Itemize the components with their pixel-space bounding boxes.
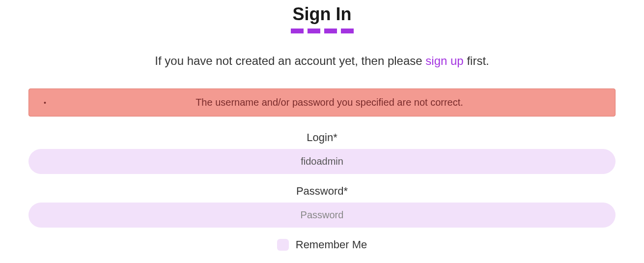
subtitle: If you have not created an account yet, … xyxy=(28,54,616,68)
error-message: The username and/or password you specifi… xyxy=(58,97,600,108)
error-bullet-icon: • xyxy=(44,99,58,107)
password-input[interactable] xyxy=(28,203,616,228)
page-title: Sign In xyxy=(28,4,616,25)
subtitle-suffix: first. xyxy=(464,54,489,67)
login-label: Login* xyxy=(28,131,616,144)
signup-link[interactable]: sign up xyxy=(425,54,463,67)
title-dash xyxy=(341,29,354,33)
remember-row: Remember Me xyxy=(28,238,616,251)
remember-checkbox[interactable] xyxy=(277,239,289,251)
title-decoration xyxy=(28,29,616,33)
password-group: Password* xyxy=(28,185,616,228)
error-banner: • The username and/or password you speci… xyxy=(28,88,616,117)
title-dash xyxy=(308,29,320,33)
signin-container: Sign In If you have not created an accou… xyxy=(28,4,616,263)
remember-label: Remember Me xyxy=(296,238,367,251)
subtitle-prefix: If you have not created an account yet, … xyxy=(155,54,425,67)
login-group: Login* xyxy=(28,131,616,174)
title-dash xyxy=(291,29,304,33)
password-label: Password* xyxy=(28,185,616,198)
login-input[interactable] xyxy=(28,149,616,174)
title-dash xyxy=(324,29,337,33)
